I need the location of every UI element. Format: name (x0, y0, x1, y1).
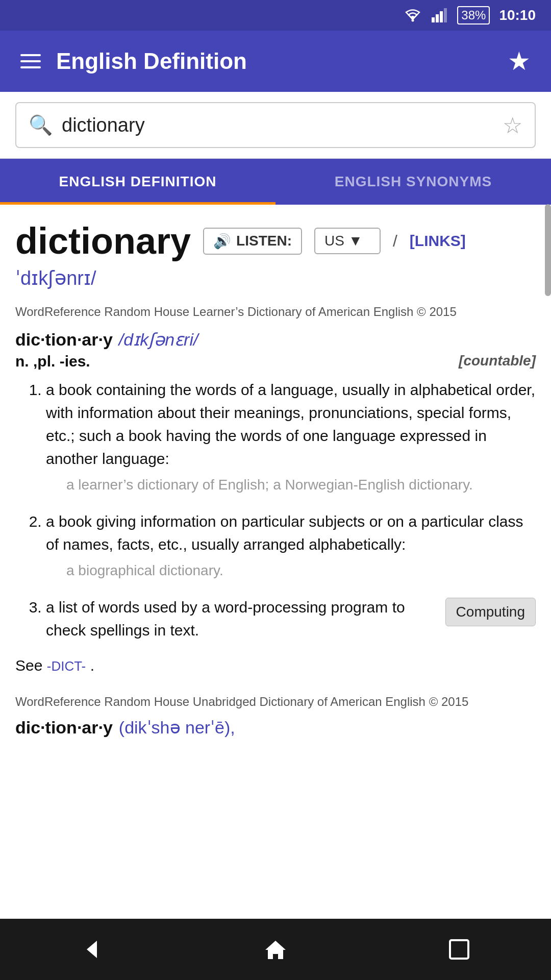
menu-button[interactable] (20, 54, 41, 68)
definition-text: a book containing the words of a languag… (46, 381, 535, 467)
svg-marker-5 (87, 941, 97, 958)
svg-marker-6 (265, 941, 286, 959)
content-area: dictionary 🔊 LISTEN: US ▼ / [LINKS] ˈdɪk… (0, 205, 551, 935)
tab-english-definition[interactable]: ENGLISH DEFINITION (0, 159, 276, 205)
search-icon: 🔍 (29, 114, 53, 136)
svg-rect-4 (444, 8, 447, 22)
app-bar-left: English Definition (20, 48, 247, 74)
svg-rect-3 (440, 11, 443, 22)
see-also-text: See (15, 657, 42, 674)
countable-label: [countable] (459, 353, 536, 369)
entry-phonetic: /dɪkʃənɛri/ (119, 329, 198, 350)
definition-item: a book containing the words of a languag… (46, 378, 536, 496)
see-also-link[interactable]: -DICT- (47, 658, 86, 674)
svg-point-0 (412, 19, 414, 22)
dropdown-arrow: ▼ (348, 233, 363, 249)
svg-rect-7 (450, 940, 468, 959)
definition-row: a list of words used by a word-processin… (46, 596, 536, 642)
recent-icon (447, 938, 471, 961)
battery-indicator: 38% (457, 6, 490, 24)
status-icons: 38% 10:10 (403, 6, 536, 24)
signal-icon (432, 8, 448, 22)
search-input[interactable] (62, 114, 493, 136)
home-icon (263, 937, 288, 962)
tab-english-synonyms[interactable]: ENGLISH SYNONYMS (276, 159, 551, 205)
search-container: 🔍 ☆ (0, 92, 551, 159)
svg-rect-2 (436, 14, 439, 22)
app-title: English Definition (56, 48, 247, 74)
language-select[interactable]: US ▼ (314, 228, 381, 254)
wifi-icon (403, 8, 422, 22)
definitions-list: a book containing the words of a languag… (15, 378, 536, 642)
definition-example: a learner’s dictionary of English; a Nor… (46, 474, 536, 496)
clock: 10:10 (499, 7, 536, 23)
definition-text: a list of words used by a word-processin… (46, 596, 435, 642)
recent-button[interactable] (441, 932, 477, 967)
listen-button[interactable]: 🔊 LISTEN: (203, 228, 302, 255)
word-header: dictionary 🔊 LISTEN: US ▼ / [LINKS] (15, 220, 536, 262)
see-also: See -DICT- . (15, 657, 536, 674)
entry-row-1: dic·tion·ar·y /dɪkʃənɛri/ (15, 329, 536, 350)
source-line-1: WordReference Random House Learner’s Dic… (15, 305, 536, 319)
favorite-button[interactable]: ★ (508, 46, 531, 76)
see-also-end: . (90, 657, 94, 674)
definition-item: a book giving information on particular … (46, 510, 536, 581)
tabs-bar: ENGLISH DEFINITION ENGLISH SYNONYMS (0, 159, 551, 205)
bottom-nav (0, 919, 551, 980)
entry-word: dic·tion·ar·y (15, 330, 113, 350)
entry-word-2: dic·tion·ar·y (15, 718, 113, 738)
app-bar: English Definition ★ (0, 31, 551, 92)
status-bar: 38% 10:10 (0, 0, 551, 31)
search-box: 🔍 ☆ (15, 102, 536, 148)
computing-badge: Computing (445, 598, 536, 626)
word-title: dictionary (15, 220, 191, 262)
part-of-speech: n. ,pl. -ies. (15, 353, 90, 370)
definition-example: a biographical dictionary. (46, 560, 536, 581)
slash-divider: / (393, 232, 397, 251)
us-label: US (324, 233, 344, 249)
home-button[interactable] (258, 932, 293, 967)
word-phonetic: ˈdɪkʃənrɪ/ (15, 267, 536, 289)
source-line-2: WordReference Random House Unabridged Di… (15, 695, 536, 709)
search-favorite-button[interactable]: ☆ (503, 112, 522, 138)
battery-text: 38% (461, 8, 486, 22)
definition-text: a book giving information on particular … (46, 513, 523, 553)
svg-rect-1 (432, 17, 435, 22)
entry-meta: n. ,pl. -ies. [countable] (15, 353, 536, 370)
entry-phonetic-2: (dikˈshə nerˈē), (119, 717, 235, 738)
links-button[interactable]: [LINKS] (410, 232, 466, 250)
definition-item: a list of words used by a word-processin… (46, 596, 536, 642)
scroll-indicator (545, 204, 551, 296)
entry-row-2: dic·tion·ar·y (dikˈshə nerˈē), (15, 717, 536, 738)
back-button[interactable] (74, 932, 110, 967)
back-icon (79, 937, 105, 962)
speaker-icon: 🔊 (213, 233, 231, 250)
listen-label: LISTEN: (236, 233, 292, 249)
